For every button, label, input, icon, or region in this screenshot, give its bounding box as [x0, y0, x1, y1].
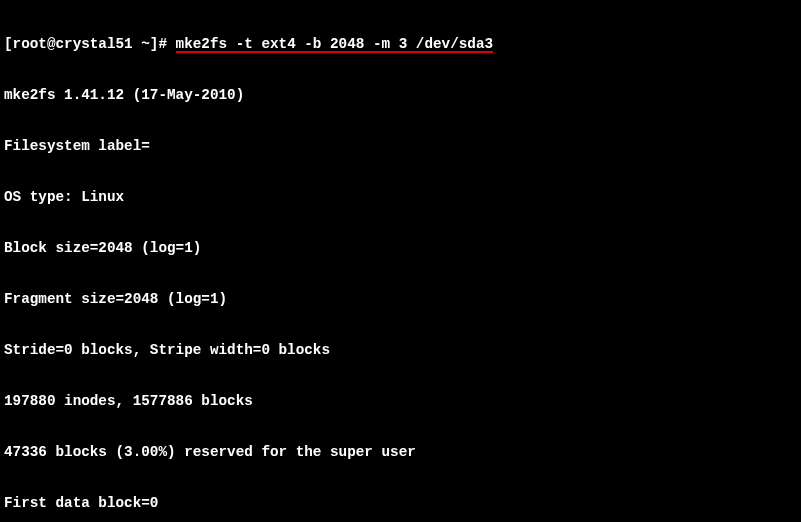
output-line: Stride=0 blocks, Stripe width=0 blocks — [4, 342, 797, 359]
output-line: mke2fs 1.41.12 (17-May-2010) — [4, 87, 797, 104]
prompt-prefix: [root@crystal51 ~]# — [4, 36, 176, 52]
command-1: mke2fs -t ext4 -b 2048 -m 3 /dev/sda3 — [176, 37, 493, 53]
output-line: 197880 inodes, 1577886 blocks — [4, 393, 797, 410]
output-line: First data block=0 — [4, 495, 797, 512]
output-line: Block size=2048 (log=1) — [4, 240, 797, 257]
output-line: Filesystem label= — [4, 138, 797, 155]
prompt-line-1[interactable]: [root@crystal51 ~]# mke2fs -t ext4 -b 20… — [4, 36, 797, 53]
output-line: Fragment size=2048 (log=1) — [4, 291, 797, 308]
output-line: OS type: Linux — [4, 189, 797, 206]
terminal-window[interactable]: [root@crystal51 ~]# mke2fs -t ext4 -b 20… — [0, 0, 801, 522]
output-line: 47336 blocks (3.00%) reserved for the su… — [4, 444, 797, 461]
